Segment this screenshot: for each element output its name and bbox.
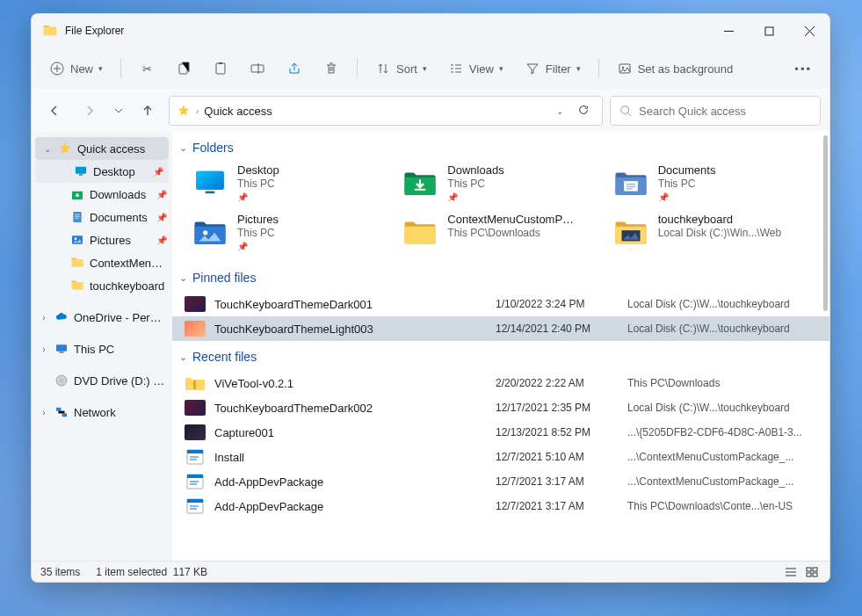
file-row[interactable]: TouchKeyboardThemeDark002 12/17/2021 2:3… <box>172 395 829 420</box>
sidebar-item-pictures[interactable]: Pictures📌 <box>32 228 172 251</box>
forward-button[interactable] <box>76 97 104 125</box>
sidebar-item-desktop[interactable]: Desktop📌 <box>35 160 169 183</box>
folder-name: Downloads <box>447 163 503 177</box>
breadcrumb-location: Quick access <box>204 105 272 118</box>
delete-button[interactable] <box>315 55 348 82</box>
folder-item[interactable]: ContextMenuCustomPac... This PC\Download… <box>400 211 601 253</box>
navbar: › Quick access ⌄ <box>32 90 829 132</box>
star-icon <box>58 141 72 156</box>
new-button[interactable]: New ▾ <box>40 55 112 82</box>
file-thumb <box>185 424 206 440</box>
set-background-button[interactable]: Set as background <box>608 55 742 82</box>
file-row[interactable]: TouchKeyboardThemeLight003 12/14/2021 2:… <box>172 316 829 341</box>
sidebar-item-label: touchkeyboard <box>90 279 167 293</box>
paste-button[interactable] <box>204 55 237 82</box>
maximize-button[interactable] <box>749 14 789 47</box>
sidebar-item-quick-access[interactable]: ⌄Quick access <box>35 137 169 160</box>
copy-button[interactable] <box>167 55 200 82</box>
sidebar-item-label: Desktop <box>93 165 148 178</box>
sidebar-item-touchkeyboard[interactable]: touchkeyboard <box>32 274 172 297</box>
file-row[interactable]: Capture001 12/13/2021 8:52 PM ...\{5205D… <box>172 420 829 445</box>
file-name: Install <box>214 451 487 464</box>
folder-img-icon <box>612 213 649 250</box>
folder-item[interactable]: Desktop This PC 📌 <box>190 162 391 204</box>
sidebar-item-network[interactable]: ›Network <box>32 401 172 424</box>
back-button[interactable] <box>40 97 69 125</box>
svg-rect-11 <box>79 174 83 175</box>
folder-item[interactable]: Downloads This PC 📌 <box>400 162 601 204</box>
chevron-down-icon[interactable]: ⌄ <box>553 103 567 120</box>
rename-button[interactable] <box>241 55 274 82</box>
section-label: Recent files <box>192 350 257 364</box>
filter-button[interactable]: Filter ▾ <box>516 55 590 82</box>
refresh-button[interactable] <box>572 100 595 122</box>
file-date: 12/13/2021 8:52 PM <box>496 426 619 438</box>
documents-big-icon <box>612 163 649 200</box>
address-bar[interactable]: › Quick access ⌄ <box>169 96 603 126</box>
sidebar-item-documents[interactable]: Documents📌 <box>32 206 172 228</box>
recent-locations-button[interactable] <box>111 97 127 125</box>
search-bar[interactable] <box>610 96 821 126</box>
svg-point-8 <box>621 106 629 114</box>
folder-subtext: This PC <box>658 178 716 190</box>
sidebar-item-label: Quick access <box>77 142 163 156</box>
sidebar: ⌄Quick accessDesktop📌Downloads📌Documents… <box>32 132 172 561</box>
sidebar-item-dvd-drive-d-ccco[interactable]: DVD Drive (D:) CCCO <box>32 369 172 392</box>
sidebar-item-label: DVD Drive (D:) CCCO <box>74 374 167 388</box>
pin-icon: 📌 <box>156 190 167 199</box>
file-row[interactable]: ViVeTool-v0.2.1 2/20/2022 2:22 AM This P… <box>172 371 829 395</box>
close-button[interactable] <box>789 14 829 47</box>
share-button[interactable] <box>278 55 311 82</box>
file-path: Local Disk (C:)\W...\touchkeyboard <box>627 402 817 414</box>
folder-item[interactable]: Documents This PC 📌 <box>611 162 812 204</box>
folder-subtext: This PC\Downloads <box>447 227 579 239</box>
svg-rect-34 <box>187 499 203 503</box>
file-date: 2/20/2022 2:22 AM <box>496 377 619 389</box>
svg-rect-21 <box>62 413 67 417</box>
sort-button[interactable]: Sort ▾ <box>366 55 436 82</box>
chevron-icon: › <box>39 344 49 354</box>
details-view-button[interactable] <box>782 564 800 580</box>
statusbar: 35 items 1 item selected 117 KB <box>32 561 829 582</box>
sidebar-item-contextmenucust[interactable]: ContextMenuCust <box>32 251 172 274</box>
section-pinned[interactable]: ⌄ Pinned files <box>172 262 829 292</box>
large-icons-view-button[interactable] <box>803 564 821 580</box>
svg-rect-37 <box>807 573 811 576</box>
section-recent[interactable]: ⌄ Recent files <box>172 341 829 371</box>
svg-rect-30 <box>187 450 203 453</box>
view-label: View <box>469 62 494 76</box>
cut-button[interactable]: ✂ <box>130 55 163 82</box>
chevron-icon: › <box>39 313 49 322</box>
folder-item[interactable]: touchkeyboard Local Disk (C:)\Win...\Web <box>611 211 812 253</box>
folder-subtext: This PC <box>237 178 279 190</box>
pin-icon: 📌 <box>156 213 167 222</box>
sidebar-item-onedrive-personal[interactable]: ›OneDrive - Personal <box>32 306 172 329</box>
sidebar-item-label: Documents <box>90 211 151 224</box>
up-button[interactable] <box>134 97 162 125</box>
sort-label: Sort <box>396 62 417 76</box>
sidebar-item-this-pc[interactable]: ›This PC <box>32 337 172 360</box>
trash-icon <box>323 61 339 76</box>
file-path: Local Disk (C:)\W...\touchkeyboard <box>627 322 817 335</box>
minimize-button[interactable] <box>708 14 749 47</box>
chevron-icon: › <box>39 408 49 417</box>
file-row[interactable]: Install 12/7/2021 5:10 AM ...\ContextMen… <box>172 445 829 469</box>
titlebar: File Explorer <box>32 14 829 47</box>
paste-icon <box>213 61 228 76</box>
file-name: Add-AppDevPackage <box>214 475 487 489</box>
file-thumb <box>185 474 206 489</box>
file-row[interactable]: Add-AppDevPackage 12/7/2021 3:17 AM ...\… <box>172 469 829 494</box>
svg-rect-28 <box>193 380 196 389</box>
sidebar-item-downloads[interactable]: Downloads📌 <box>32 183 172 206</box>
file-row[interactable]: Add-AppDevPackage 12/7/2021 3:17 AM This… <box>172 494 829 518</box>
search-input[interactable] <box>639 105 811 118</box>
more-button[interactable]: ••• <box>786 57 821 81</box>
scrollbar[interactable] <box>819 135 828 557</box>
folder-item[interactable]: Pictures This PC 📌 <box>190 211 391 253</box>
view-button[interactable]: View ▾ <box>439 55 512 82</box>
file-path: ...\ContextMenuCustomPackage_... <box>627 451 817 463</box>
svg-rect-0 <box>765 27 773 35</box>
file-date: 1/10/2022 3:24 PM <box>496 298 619 310</box>
file-row[interactable]: TouchKeyboardThemeDark001 1/10/2022 3:24… <box>172 292 829 316</box>
section-folders[interactable]: ⌄ Folders <box>172 132 829 162</box>
